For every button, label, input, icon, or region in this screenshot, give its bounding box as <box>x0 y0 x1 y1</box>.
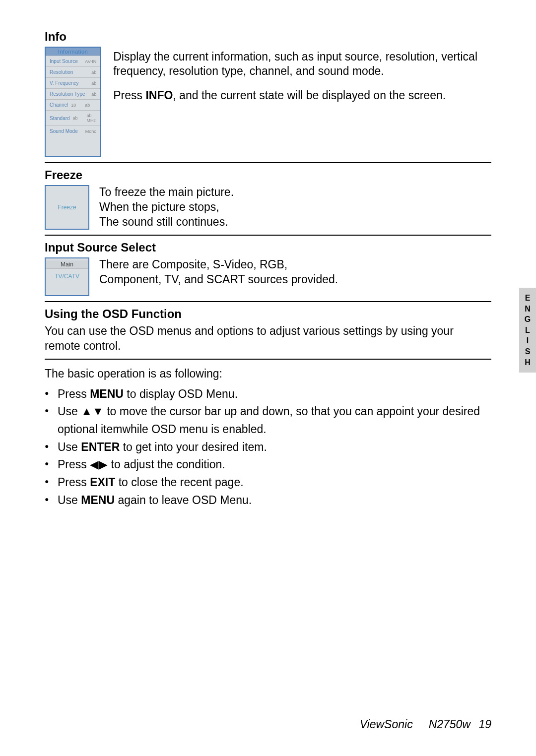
enter-key: ENTER <box>81 441 120 453</box>
language-tab-letter: H <box>519 357 536 368</box>
osd-row-value: ab <box>91 70 96 75</box>
page-footer: ViewSonic N2750w 19 <box>360 718 491 731</box>
divider <box>45 359 491 360</box>
input-line: There are Composite, S-Video, RGB, <box>99 257 338 272</box>
osd-function-paragraph: You can use the OSD menus and options to… <box>45 324 491 354</box>
osd-row: Standard ab ab MHz <box>46 110 100 126</box>
manual-page: Info Information Input Source AV-IN Reso… <box>0 0 536 756</box>
osd-row-label: Channel <box>50 102 68 108</box>
left-right-arrow-icon: ◀▶ <box>90 458 108 471</box>
osd-row: Resolution ab <box>46 66 100 77</box>
osd-row-mid: 10 <box>71 103 76 108</box>
text-span: Press <box>58 387 90 400</box>
freeze-block: Freeze To freeze the main picture. When … <box>45 185 491 230</box>
freeze-osd-box: Freeze <box>45 185 89 230</box>
freeze-line: When the picture stops, <box>99 200 234 215</box>
info-paragraph-1: Display the current information, such as… <box>113 50 491 78</box>
osd-row-label: Resolution <box>50 69 73 75</box>
info-block: Information Input Source AV-IN Resolutio… <box>45 47 491 157</box>
divider <box>45 301 491 302</box>
text-span: Press <box>58 458 90 471</box>
text-span: again to leave OSD Menu. <box>115 494 252 506</box>
divider <box>45 235 491 236</box>
osd-bullet-list: Press MENU to display OSD Menu. Use ▲▼ t… <box>45 385 491 509</box>
info-heading: Info <box>45 30 491 44</box>
language-tab-letter: I <box>519 335 536 346</box>
freeze-line: The sound still continues. <box>99 215 234 230</box>
osd-information-panel: Information Input Source AV-IN Resolutio… <box>45 47 101 157</box>
osd-row: Resolution Type ab <box>46 88 100 99</box>
text-span: Use <box>58 405 81 418</box>
bullet-item: Use ▲▼ to move the cursor bar up and dow… <box>45 403 491 438</box>
osd-row-label: Input Source <box>50 59 78 64</box>
text-span: to display OSD Menu. <box>124 387 238 400</box>
language-tab-letter: N <box>519 304 536 315</box>
freeze-box-label: Freeze <box>58 204 76 211</box>
osd-row-value: ab <box>79 103 96 108</box>
up-down-arrow-icon: ▲▼ <box>81 405 104 418</box>
input-osd-box: Main TV/CATV <box>45 257 89 296</box>
menu-key: MENU <box>81 494 115 506</box>
language-tab: E N G L I S H <box>519 288 536 373</box>
osd-row-label: V. Frequency <box>50 80 79 86</box>
osd-row: Input Source AV-IN <box>46 56 100 66</box>
info-text: Display the current information, such as… <box>113 47 491 102</box>
input-box-main-label: Main <box>46 260 88 269</box>
language-tab-letter: G <box>519 314 536 325</box>
osd-row-value: ab MHz <box>81 113 97 123</box>
text-span: , and the current state will be displaye… <box>173 89 446 102</box>
osd-row-label: Standard <box>50 116 70 121</box>
input-select-block: Main TV/CATV There are Composite, S-Vide… <box>45 257 491 296</box>
input-box-sub-label: TV/CATV <box>55 273 79 280</box>
text-span: Use <box>58 494 81 506</box>
osd-row-value: AV-IN <box>85 59 96 64</box>
text-span: to get into your desired item. <box>120 441 267 453</box>
text-span: Use <box>58 441 81 453</box>
text-span: Press <box>113 89 145 102</box>
language-tab-letter: L <box>519 325 536 336</box>
osd-row-label: Sound Mode <box>50 128 78 134</box>
freeze-heading: Freeze <box>45 168 491 182</box>
osd-padding <box>46 136 100 156</box>
text-span: to close the recent page. <box>115 476 243 489</box>
language-tab-letter: E <box>519 293 536 304</box>
exit-key: EXIT <box>90 476 115 489</box>
osd-basic-intro: The basic operation is as following: <box>45 367 491 381</box>
bullet-item: Use MENU again to leave OSD Menu. <box>45 492 491 509</box>
osd-row-label: Resolution Type <box>50 91 85 97</box>
input-line: Component, TV, and SCART sources provide… <box>99 272 338 287</box>
osd-row: V. Frequency ab <box>46 77 100 88</box>
text-span: to move the cursor bar up and down, so t… <box>58 405 480 436</box>
freeze-line: To freeze the main picture. <box>99 185 234 200</box>
text-span: Press <box>58 476 90 489</box>
osd-function-heading: Using the OSD Function <box>45 307 491 321</box>
bullet-item: Press MENU to display OSD Menu. <box>45 385 491 403</box>
footer-page-number: 19 <box>478 718 491 731</box>
freeze-text: To freeze the main picture. When the pic… <box>99 185 234 230</box>
bullet-item: Press EXIT to close the recent page. <box>45 474 491 492</box>
osd-row-value: ab <box>91 81 96 86</box>
input-select-text: There are Composite, S-Video, RGB, Compo… <box>99 257 338 287</box>
input-select-heading: Input Source Select <box>45 241 491 254</box>
info-paragraph-2: Press INFO, and the current state will b… <box>113 88 491 103</box>
osd-row-value: ab <box>91 92 96 97</box>
footer-model: N2750w <box>429 718 470 731</box>
osd-row: Sound Mode Mono <box>46 126 100 136</box>
info-key: INFO <box>145 89 173 102</box>
menu-key: MENU <box>90 387 124 400</box>
language-tab-letter: S <box>519 346 536 357</box>
footer-brand: ViewSonic <box>360 718 413 731</box>
osd-row-mid: ab <box>73 116 78 121</box>
osd-row-value: Mono <box>85 129 97 134</box>
divider <box>45 162 491 163</box>
osd-row: Channel 10 ab <box>46 99 100 110</box>
text-span: to adjust the condition. <box>108 458 225 471</box>
bullet-item: Use ENTER to get into your desired item. <box>45 439 491 456</box>
bullet-item: Press ◀▶ to adjust the condition. <box>45 456 491 474</box>
osd-panel-title: Information <box>46 48 100 56</box>
